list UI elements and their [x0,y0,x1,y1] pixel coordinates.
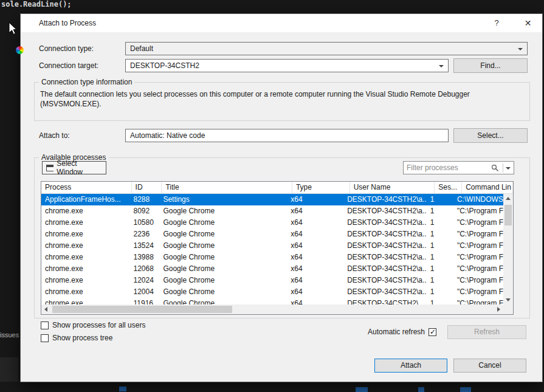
scroll-right-button[interactable] [494,304,503,314]
process-cell: x64 [287,217,343,229]
process-cell: 1 [427,229,453,240]
taskbar-icon[interactable] [418,387,424,392]
process-row[interactable]: chrome.exe8092Google Chromex64DESKTOP-34… [41,205,503,217]
process-cell: x64 [287,286,343,298]
scroll-down-button[interactable] [503,295,513,304]
horizontal-scrollbar-thumb[interactable] [52,306,232,313]
process-cell: x64 [287,205,343,217]
attach-button[interactable]: Attach [374,359,447,373]
vertical-scrollbar[interactable] [503,194,513,304]
connection-type-dropdown[interactable]: Default [125,42,528,55]
process-cell: 11916 [130,298,160,304]
connection-info-text: The default connection lets you select p… [40,89,513,109]
mouse-cursor [9,22,18,35]
select-window-button[interactable]: Select Window [42,161,106,174]
filter-processes-input[interactable] [407,162,486,173]
process-cell: 1 [427,298,453,304]
attach-to-field[interactable]: Automatic: Native code [125,129,449,142]
dialog-titlebar: Attach to Process ? ✕ [21,14,542,32]
column-header[interactable]: Ses... [435,182,462,194]
process-cell: DESKTOP-34CSTH2\a... [343,217,427,229]
process-cell: x64 [287,298,343,304]
process-row[interactable]: chrome.exe12068Google Chromex64DESKTOP-3… [41,263,503,275]
taskbar-icon[interactable] [356,387,368,392]
process-cell: DESKTOP-34CSTH2\a... [343,240,427,252]
connection-target-label: Connection target: [39,59,98,72]
process-cell: "C:\Program Fi [453,275,503,286]
close-button[interactable]: ✕ [513,14,543,32]
column-header[interactable]: Type [292,182,350,194]
process-cell: 1 [427,275,453,286]
process-cell: 12004 [130,286,160,298]
show-process-tree-checkbox[interactable]: Show process tree [41,333,112,343]
process-cell: "C:\Program Fi [453,298,503,304]
process-row[interactable]: chrome.exe12024Google Chromex64DESKTOP-3… [41,275,503,286]
process-cell: 1 [427,194,453,205]
process-cell: DESKTOP-34CSTH2\a... [343,263,427,275]
column-header[interactable]: ID [132,182,162,194]
window-icon [46,165,53,171]
process-cell: x64 [287,275,343,286]
issues-status-label[interactable]: issues [0,331,19,339]
process-cell: 2236 [130,229,160,240]
refresh-button[interactable]: Refresh [447,325,526,339]
process-row[interactable]: chrome.exe12004Google Chromex64DESKTOP-3… [41,286,503,298]
horizontal-scrollbar[interactable] [41,304,503,314]
connection-target-combobox[interactable]: DESKTOP-34CSTH2 [125,59,449,72]
process-cell: "C:\Program Fi [453,252,503,263]
process-cell: Google Chrome [159,298,287,304]
process-cell: chrome.exe [41,298,130,304]
connection-type-value: Default [130,43,153,55]
select-button[interactable]: Select... [453,128,528,143]
process-cell: 13524 [130,240,160,252]
process-cell: 12068 [130,263,160,275]
process-row[interactable]: chrome.exe13524Google Chromex64DESKTOP-3… [41,240,503,252]
process-row[interactable]: chrome.exe13988Google Chromex64DESKTOP-3… [41,252,503,263]
process-cell: 1 [427,205,453,217]
taskbar-icon[interactable] [460,387,471,392]
process-cell: x64 [287,252,343,263]
vertical-scrollbar-thumb[interactable] [504,205,512,225]
process-row[interactable]: ApplicationFrameHos...8288Settingsx64DES… [41,194,503,205]
process-row[interactable]: chrome.exe2236Google Chromex64DESKTOP-34… [41,229,503,240]
automatic-refresh-label: Automatic refresh [368,328,425,336]
show-all-users-checkbox[interactable]: Show processes for all users [41,320,145,330]
taskbar-icon[interactable] [119,387,126,391]
column-header[interactable]: Title [162,182,292,194]
checkbox-box [41,334,49,342]
cancel-button[interactable]: Cancel [453,359,526,373]
process-cell: 1 [427,252,453,263]
background-panel [0,357,18,382]
column-header[interactable]: User Name [350,182,435,194]
scroll-left-button[interactable] [41,304,51,314]
color-wheel-icon [16,46,24,54]
search-icon[interactable] [491,164,499,172]
automatic-refresh-checkbox[interactable]: Automatic refresh [368,327,436,337]
filter-dropdown-icon[interactable] [506,167,511,170]
process-table: ProcessIDTitleTypeUser NameSes...Command… [41,181,514,315]
process-cell: C:\WINDOWS\ [453,194,503,205]
arrow-left-icon [44,307,47,312]
process-row[interactable]: chrome.exe11916Google Chromex64DESKTOP-3… [41,298,503,304]
process-cell: chrome.exe [41,252,130,263]
process-row[interactable]: chrome.exe10580Google Chromex64DESKTOP-3… [41,217,503,229]
help-button[interactable]: ? [484,14,509,32]
process-cell: x64 [287,263,343,275]
process-cell: Google Chrome [159,240,287,252]
chevron-down-icon [518,48,523,50]
connection-info-group-title: Connection type information [39,78,134,86]
process-cell: "C:\Program Fi [453,205,503,217]
process-cell: chrome.exe [41,205,130,217]
process-cell: chrome.exe [41,286,130,298]
scroll-up-button[interactable] [503,194,513,204]
process-cell: 1 [427,217,453,229]
column-header[interactable]: Process [41,182,132,194]
process-cell: 10580 [130,217,160,229]
arrow-down-icon [506,298,511,301]
process-cell: "C:\Program Fi [453,286,503,298]
column-header[interactable]: Command Lin [462,182,513,194]
process-cell: chrome.exe [41,240,130,252]
process-cell: "C:\Program Fi [453,217,503,229]
checkbox-box [41,322,49,329]
find-button[interactable]: Find... [453,58,528,73]
